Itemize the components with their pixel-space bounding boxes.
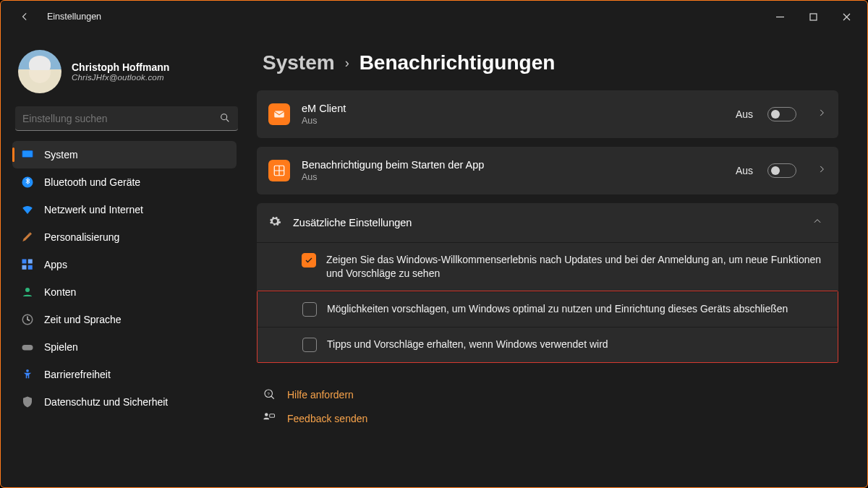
send-feedback-link[interactable]: Feedback senden [263,407,838,431]
check-welcome-experience[interactable]: Zeigen Sie das Windows-Willkommenserlebn… [257,242,838,291]
check-label: Tipps und Vorschläge erhalten, wenn Wind… [327,338,608,352]
additional-settings: Zusätzliche Einstellungen Zeigen Sie das… [257,203,838,363]
search-input[interactable] [22,113,212,124]
back-button[interactable] [14,5,37,28]
sidebar-item-apps[interactable]: Apps [12,251,237,278]
gear-icon [268,215,281,231]
bluetooth-icon [21,176,34,189]
svg-point-9 [25,288,30,292]
svg-text:?: ? [267,391,270,395]
card-sub: Aus [302,116,724,126]
sidebar-item-label: Spielen [44,341,78,353]
nav: System Bluetooth und Geräte Netzwerk und… [12,141,241,487]
sidebar-item-label: Bluetooth und Geräte [44,176,140,188]
additional-body: Zeigen Sie das Windows-Willkommenserlebn… [257,242,838,363]
sidebar-item-label: Zeit und Sprache [44,314,122,325]
maximize-button[interactable] [796,5,830,28]
gamepad-icon [21,341,34,354]
sidebar-item-gaming[interactable]: Spielen [12,333,237,361]
svg-rect-5 [22,260,27,264]
check-suggest-setup[interactable]: Möglichkeiten vorschlagen, um Windows op… [258,291,838,327]
search-box[interactable] [15,106,238,131]
chevron-up-icon [812,216,822,229]
feedback-icon [263,411,276,427]
sidebar-item-bluetooth[interactable]: Bluetooth und Geräte [12,168,237,196]
help-icon: ? [263,388,276,403]
checkbox[interactable] [302,253,316,267]
svg-rect-7 [22,265,27,270]
avatar [18,50,61,93]
profile-block[interactable]: Christoph Hoffmann ChrisJHfx@outlook.com [12,46,241,103]
svg-rect-6 [28,260,33,264]
clock-globe-icon [21,313,34,326]
minimize-button[interactable] [763,5,796,28]
app-grid-icon [268,160,290,181]
card-title: Benachrichtigung beim Starten der App [302,159,724,171]
toggle-appstart[interactable] [767,163,796,178]
shield-icon [21,395,34,408]
card-title: eM Client [302,103,724,114]
sidebar-item-personalisation[interactable]: Personalisierung [12,223,237,251]
sidebar-item-label: Konten [44,286,76,298]
sidebar-item-label: Barrierefreiheit [44,369,111,380]
chevron-right-icon [817,164,827,177]
apps-icon [21,258,34,271]
chevron-right-icon: › [345,56,349,71]
feedback-label: Feedback senden [287,413,367,424]
svg-point-12 [26,369,29,372]
chevron-right-icon [817,108,827,121]
sidebar-item-label: Netzwerk und Internet [44,204,143,215]
profile-name: Christoph Hoffmann [72,61,169,73]
settings-window: Einstellungen Christoph Hoffmann ChrisJH… [0,0,868,488]
wifi-icon [21,203,34,216]
additional-title: Zusätzliche Einstellungen [293,217,801,228]
svg-rect-11 [22,345,33,351]
sidebar-item-label: Datenschutz und Sicherheit [44,396,168,408]
card-sub: Aus [302,172,724,182]
svg-rect-18 [270,414,275,418]
svg-rect-3 [22,151,33,157]
sidebar-item-privacy[interactable]: Datenschutz und Sicherheit [12,388,237,416]
breadcrumb: System › Benachrichtigungen [263,51,838,74]
search-icon [219,112,231,127]
sidebar-item-system[interactable]: System [12,141,237,168]
additional-settings-header[interactable]: Zusätzliche Einstellungen [257,203,838,242]
sidebar-item-label: Apps [44,259,67,270]
window-controls [763,5,863,28]
checkbox[interactable] [302,338,317,352]
close-button[interactable] [830,5,863,28]
svg-point-17 [265,413,268,416]
toggle-state-label: Aus [736,165,753,176]
sidebar: Christoph Hoffmann ChrisJHfx@outlook.com… [1,33,247,487]
check-tips[interactable]: Tipps und Vorschläge erhalten, wenn Wind… [258,327,838,362]
svg-rect-8 [28,265,33,270]
titlebar: Einstellungen [1,1,867,33]
accessibility-icon [21,368,34,381]
check-label: Zeigen Sie das Windows-Willkommenserlebn… [326,253,822,281]
help-links: ? Hilfe anfordern Feedback senden [263,383,838,431]
brush-icon [21,231,34,244]
sidebar-item-accounts[interactable]: Konten [12,278,237,306]
check-label: Möglichkeiten vorschlagen, um Windows op… [327,302,788,317]
svg-rect-0 [810,14,817,20]
svg-rect-13 [274,111,284,118]
breadcrumb-parent[interactable]: System [263,51,335,74]
toggle-emclient[interactable] [767,107,796,121]
main-content: System › Benachrichtigungen eM Client Au… [247,33,867,487]
system-icon [21,148,34,161]
notif-app-start[interactable]: Benachrichtigung beim Starten der App Au… [257,147,838,194]
sidebar-item-time-language[interactable]: Zeit und Sprache [12,306,237,333]
toggle-state-label: Aus [736,108,753,120]
sidebar-item-network[interactable]: Netzwerk und Internet [12,196,237,223]
profile-email: ChrisJHfx@outlook.com [72,73,169,82]
person-icon [21,286,34,299]
breadcrumb-current: Benachrichtigungen [359,51,556,74]
svg-point-1 [221,114,227,120]
notif-app-emclient[interactable]: eM Client Aus Aus [257,90,838,138]
sidebar-item-accessibility[interactable]: Barrierefreiheit [12,361,237,388]
app-title: Einstellungen [47,12,101,22]
get-help-link[interactable]: ? Hilfe anfordern [263,383,838,407]
sidebar-item-label: System [44,149,78,160]
checkbox[interactable] [302,302,317,317]
highlight-box: Möglichkeiten vorschlagen, um Windows op… [257,291,838,363]
